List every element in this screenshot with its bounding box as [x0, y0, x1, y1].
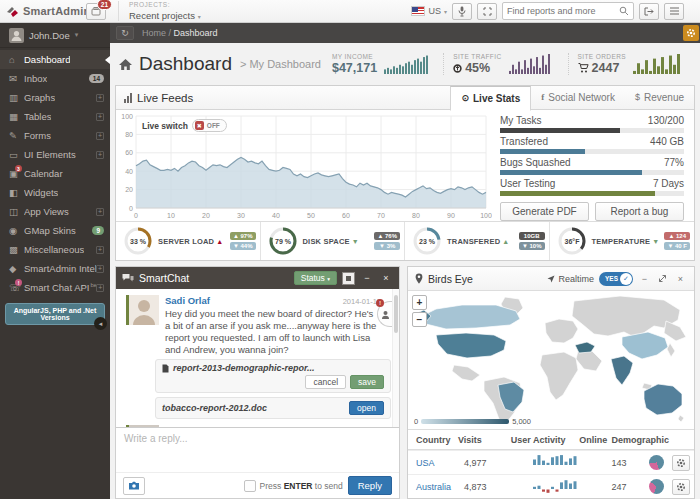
projects-dropdown[interactable]: PROJECTS: Recent projects ▾ [118, 1, 201, 21]
sidebar-item-widgets[interactable]: ◧Widgets [0, 183, 110, 202]
country-canada[interactable] [420, 305, 520, 329]
sidebar-item-forms[interactable]: ✎Forms+ [0, 126, 110, 145]
progress-stat: My Tasks130/200 [500, 115, 684, 133]
search-input[interactable] [507, 6, 619, 16]
country-usa[interactable] [436, 333, 506, 358]
realtime-toggle[interactable]: YES✓ [599, 272, 633, 286]
sidebar-minify-button[interactable]: ◄ [94, 317, 107, 330]
voice-command-button[interactable] [452, 3, 472, 20]
country-link[interactable]: USA [408, 458, 464, 468]
search-icon[interactable] [619, 6, 629, 16]
tab-label: Live Stats [473, 87, 520, 110]
footer-stat-label: SERVER LOAD▲ [158, 237, 223, 246]
main-content: Dashboard > My Dashboard MY INCOME$47,17… [110, 43, 700, 499]
report-bug-button[interactable]: Report a bug [595, 202, 684, 221]
world-map[interactable]: + − [408, 291, 694, 429]
versions-button[interactable]: AngularJS, PHP and .Net Versions [5, 303, 105, 325]
live-feeds-widget: Live Feeds ⊙Live StatsfSocial Network$Re… [115, 85, 695, 261]
country-link[interactable]: Australia [408, 482, 464, 492]
tab-social-network[interactable]: fSocial Network [531, 86, 625, 110]
progress-bar [500, 149, 684, 154]
demographic-cell [640, 455, 672, 470]
square-icon [346, 276, 351, 281]
topstat-value: $47,171 [332, 61, 377, 75]
sidebar-item-inbox[interactable]: ✉Inbox14 [0, 69, 110, 88]
open-button[interactable]: open [349, 401, 384, 415]
table-row: Australia4,873247 [408, 474, 694, 498]
header-actions: US▾ [411, 2, 700, 20]
map-zoom-in-button[interactable]: + [412, 295, 427, 310]
svg-text:79 %: 79 % [275, 238, 292, 245]
chevron-down-icon: ▾ [75, 31, 79, 39]
save-button[interactable]: save [350, 375, 384, 389]
reply-button[interactable]: Reply [348, 476, 392, 495]
breadcrumb-home[interactable]: Home [142, 28, 166, 38]
svg-text:0: 0 [134, 212, 138, 219]
sidebar-item-label: Tables [24, 111, 51, 122]
menu-button[interactable] [664, 3, 684, 20]
brand-logo[interactable]: SmartAdmin [0, 5, 84, 18]
user-menu[interactable]: John.Doe ▾ [0, 23, 110, 48]
sidebar-item-label: GMap Skins [24, 225, 76, 236]
expand-plus-icon: + [96, 113, 104, 121]
chat-close-button[interactable]: × [379, 271, 393, 285]
donut-gauge: 36°F [557, 226, 587, 256]
reply-textarea[interactable] [116, 428, 399, 472]
topstat-orders: SITE ORDERS2447 [568, 53, 692, 75]
sidebar-item-ui-elements[interactable]: ▭UI Elements+ [0, 145, 110, 164]
brand-name: SmartAdmin [23, 5, 90, 17]
generate-pdf-button[interactable]: Generate PDF [500, 202, 589, 221]
activity-button[interactable]: 21 [86, 3, 106, 20]
map-zoom-out-button[interactable]: − [412, 312, 427, 327]
svg-text:80: 80 [125, 131, 133, 138]
refresh-button[interactable]: ↻ [116, 26, 134, 40]
table-header-row: CountryVisitsUser ActivityOnlineDemograp… [408, 430, 694, 450]
birdseye-expand-button[interactable] [656, 272, 669, 286]
sidebar-item-smartadmin-intel[interactable]: ◆SmartAdmin Intel+ [0, 259, 110, 278]
country-india[interactable] [611, 356, 633, 385]
language-selector[interactable]: US▾ [411, 6, 447, 16]
camera-button[interactable] [123, 477, 145, 495]
country-base [572, 296, 680, 336]
tab-revenue[interactable]: $Revenue [625, 86, 694, 110]
page-header: Dashboard > My Dashboard MY INCOME$47,17… [110, 43, 700, 85]
demo-settings-button[interactable] [683, 25, 699, 41]
sidebar-item-tables[interactable]: ▦Tables+ [0, 107, 110, 126]
chat-fullscreen-button[interactable] [342, 272, 355, 285]
sidebar-item-graphs[interactable]: ▥Graphs+ [0, 88, 110, 107]
sidebar-item-calendar[interactable]: ▣3Calendar [0, 164, 110, 183]
chat-scrollbar[interactable] [392, 289, 399, 427]
footer-stat-transfered: 23 %TRANSFERED▲10GB▼ 10% [404, 222, 549, 260]
sidebar-item-dashboard[interactable]: ⌂Dashboard [0, 50, 110, 69]
live-switch-toggle[interactable]: ✖OFF [192, 119, 227, 132]
progress-value: 7 Days [653, 178, 684, 189]
progress-bar [500, 128, 684, 133]
cancel-button[interactable]: cancel [305, 375, 346, 389]
svg-text:20: 20 [202, 212, 210, 219]
sidebar-item-gmap-skins[interactable]: ◉GMap Skins9 [0, 221, 110, 240]
country-china[interactable] [622, 332, 668, 359]
sidebar-item-miscellaneous[interactable]: ▩Miscellaneous+ [0, 240, 110, 259]
fullscreen-button[interactable] [477, 3, 497, 20]
sidebar-item-app-views[interactable]: ◫App Views+ [0, 202, 110, 221]
sender-name[interactable]: Sadi Orlaf [165, 295, 210, 306]
chat-collapse-button[interactable]: − [360, 271, 374, 285]
birdseye-close-button[interactable]: × [674, 272, 687, 286]
status-dropdown[interactable]: Status ▾ [294, 271, 337, 285]
expand-plus-icon: + [96, 94, 104, 102]
logout-button[interactable] [639, 3, 659, 20]
sender-name[interactable]: John Doe [165, 425, 208, 427]
sidebar-item-smart-chat-api[interactable]: ☏!Smart Chat APIbeta+ [0, 278, 110, 297]
svg-text:80: 80 [412, 212, 420, 219]
country-australia[interactable] [644, 384, 682, 415]
birdseye-collapse-button[interactable]: − [638, 272, 651, 286]
footer-stat-label: TEMPERATURE▼ [592, 237, 660, 246]
row-settings-button[interactable] [672, 479, 690, 495]
row-settings-button[interactable] [672, 455, 690, 471]
scrollbar-thumb[interactable] [394, 295, 398, 333]
tab-live-stats[interactable]: ⊙Live Stats [450, 86, 531, 111]
attachment-name: report-2013-demographic-repor... [173, 363, 315, 373]
topstat-label: MY INCOME [332, 53, 377, 60]
demographic-cell [640, 479, 672, 494]
press-enter-checkbox[interactable] [244, 480, 256, 492]
